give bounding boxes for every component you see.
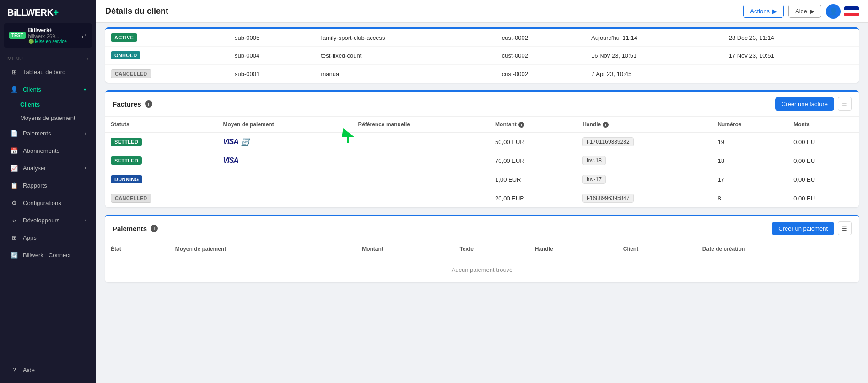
table-row: ACTIVE sub-0005 family-sport-club-access… xyxy=(105,29,859,47)
sidebar-item-paiements[interactable]: 📄 Paiements › xyxy=(3,125,93,141)
main-content: Détails du client Actions ▶ Aide ▶ 👤 xyxy=(96,0,868,383)
content-area: ACTIVE sub-0005 family-sport-club-access… xyxy=(96,23,868,383)
env-switcher[interactable]: TEST Billwerk+ billwerk-269... 🟢 Mise en… xyxy=(4,23,92,48)
table-row: SETTLED VISA 🔄 50,00 EUR i-1701169389282… xyxy=(105,133,859,151)
status-badge: SETTLED xyxy=(111,156,142,165)
montant-info-icon[interactable]: i xyxy=(518,122,524,128)
th-statuts: Statuts xyxy=(105,117,217,133)
th-date-creation: Date de création xyxy=(697,241,859,257)
page-title: Détails du client xyxy=(105,6,168,16)
handle-value: l-1688996395847 xyxy=(582,194,633,203)
paiements-header-actions: Créer un paiement ☰ xyxy=(772,221,852,235)
aide-button[interactable]: Aide ▶ xyxy=(788,5,821,18)
sidebar-item-label: Paiements xyxy=(23,130,51,137)
sidebar-item-label: Billwerk+ Connect xyxy=(23,252,70,259)
modified: 17 Nov 23, 10:51 xyxy=(723,47,859,65)
sidebar-item-clients[interactable]: 👤 Clients ▾ xyxy=(3,81,93,97)
factures-table-view-button[interactable]: ☰ xyxy=(838,97,852,111)
sidebar-item-apps[interactable]: ⊞ Apps xyxy=(3,229,93,246)
table-row: CANCELLED 20,00 EUR l-1688996395847 8 0,… xyxy=(105,189,859,208)
th-reference-manuelle: Référence manuelle xyxy=(353,117,490,133)
top-bar: Détails du client Actions ▶ Aide ▶ 👤 xyxy=(96,0,868,23)
env-id: billwerk-269... xyxy=(28,33,79,39)
handle-value: inv-17 xyxy=(582,175,606,184)
doc-icon: 📄 xyxy=(10,129,18,137)
handle-info-icon[interactable]: i xyxy=(603,122,609,128)
th-moyen-paiement-p: Moyen de paiement xyxy=(170,241,356,257)
app-logo: BiLLWERK+ xyxy=(0,0,96,23)
cust-id: cust-0002 xyxy=(496,29,586,47)
language-flag[interactable] xyxy=(844,6,859,16)
montant: 70,00 EUR xyxy=(490,151,577,170)
sidebar-item-label: Rapports xyxy=(23,182,47,189)
sidebar-sub-item-clients[interactable]: Clients xyxy=(0,98,96,111)
refresh-icon[interactable]: 🔄 xyxy=(241,138,248,146)
paiements-header: Paiements i Créer un paiement ☰ xyxy=(105,216,859,241)
montant: 50,00 EUR xyxy=(490,133,577,151)
menu-label: Menu ‹ xyxy=(0,51,96,63)
sidebar-item-abonnements[interactable]: 📅 Abonnements xyxy=(3,142,93,159)
sidebar-item-billwerk-connect[interactable]: 🔄 Billwerk+ Connect xyxy=(3,247,93,263)
user-avatar[interactable]: 👤 xyxy=(826,4,841,19)
handle-value: i-1701169389282 xyxy=(582,137,633,146)
sidebar-item-rapports[interactable]: 📋 Rapports xyxy=(3,177,93,194)
th-montant-p: Montant xyxy=(356,241,454,257)
sidebar-item-developpeurs[interactable]: ‹› Développeurs › xyxy=(3,212,93,228)
sidebar-item-analyser[interactable]: 📈 Analyser › xyxy=(3,160,93,176)
status-badge: CANCELLED xyxy=(111,194,151,203)
montant: 20,00 EUR xyxy=(490,189,577,208)
sub-id: sub-0001 xyxy=(229,65,315,83)
table-icon2: ☰ xyxy=(842,225,847,232)
plan: manual xyxy=(315,65,496,83)
apps-icon: ⊞ xyxy=(10,233,18,242)
reference xyxy=(353,151,490,170)
chevron-down-icon: ▾ xyxy=(84,87,86,92)
chart-icon: 📈 xyxy=(10,164,18,172)
paiements-card: Paiements i Créer un paiement ☰ État Moy… xyxy=(105,215,859,282)
logo-plus: + xyxy=(53,7,58,17)
factures-info-icon[interactable]: i xyxy=(145,100,152,108)
create-paiement-button[interactable]: Créer un paiement xyxy=(772,222,834,235)
create-facture-button[interactable]: Créer une facture xyxy=(775,97,834,111)
actions-arrow-icon: ▶ xyxy=(772,8,777,15)
arrow-right-icon2: › xyxy=(85,166,86,171)
status-badge: ACTIVE xyxy=(111,33,137,42)
test-badge: TEST xyxy=(9,32,26,39)
montant: 1,00 EUR xyxy=(490,170,577,189)
sidebar-item-tableau-de-bord[interactable]: ⊞ Tableau de bord xyxy=(3,64,93,80)
cust-id: cust-0002 xyxy=(496,47,586,65)
status-badge: ONHOLD xyxy=(111,51,140,59)
top-bar-icons: 👤 xyxy=(826,4,859,19)
sidebar-sub-item-moyens-paiement[interactable]: Moyens de paiement xyxy=(0,111,96,124)
env-switch-icon[interactable]: ⇄ xyxy=(81,32,87,39)
calendar-icon: 📅 xyxy=(10,146,18,155)
sidebar-item-label: Analyser xyxy=(23,165,46,172)
cust-id: cust-0002 xyxy=(496,65,586,83)
sub-id: sub-0005 xyxy=(229,29,315,47)
sub-id: sub-0004 xyxy=(229,47,315,65)
sidebar-item-aide[interactable]: ? Aide xyxy=(3,361,93,378)
collapse-icon[interactable]: ‹ xyxy=(87,56,89,61)
numeros: 18 xyxy=(712,151,788,170)
sidebar-item-configurations[interactable]: ⚙ Configurations xyxy=(3,194,93,211)
table-row: SETTLED VISA 70,00 EUR inv-18 18 0,00 EU xyxy=(105,151,859,170)
grid-icon: ⊞ xyxy=(10,68,18,76)
env-name: Billwerk+ xyxy=(28,27,79,33)
sidebar-aide-label: Aide xyxy=(23,367,35,373)
th-client: Client xyxy=(618,241,697,257)
th-numeros: Numéros xyxy=(712,117,788,133)
paiements-table-view-button[interactable]: ☰ xyxy=(838,221,852,235)
factures-table: Statuts Moyen de paiement Référence manu… xyxy=(105,117,859,207)
arrow-right-icon: › xyxy=(85,131,86,136)
paiements-info-icon[interactable]: i xyxy=(151,225,158,232)
table-row: CANCELLED sub-0001 manual cust-0002 7 Ap… xyxy=(105,65,859,83)
empty-message: Aucun paiement trouvé xyxy=(105,257,859,283)
table-icon: ☰ xyxy=(842,101,847,108)
actions-button[interactable]: Actions ▶ xyxy=(743,5,784,18)
connect-icon: 🔄 xyxy=(10,251,18,259)
payment-method xyxy=(217,189,352,208)
status-badge: DUNNING xyxy=(111,175,142,183)
visa-logo: VISA 🔄 xyxy=(223,138,347,146)
created: 7 Apr 23, 10:45 xyxy=(586,65,723,83)
th-texte: Texte xyxy=(454,241,529,257)
